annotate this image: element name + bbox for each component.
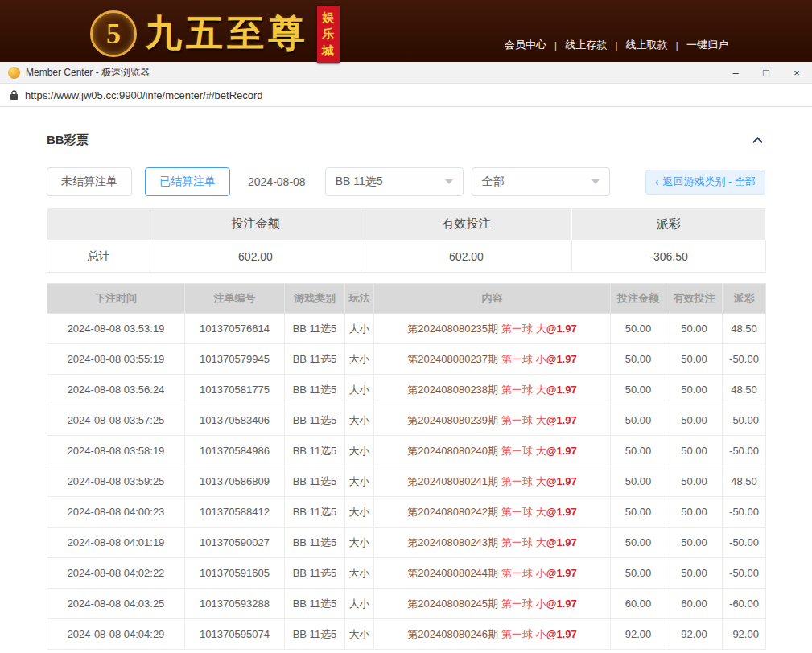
maximize-button[interactable]: □ xyxy=(751,62,781,83)
table-row: 2024-08-08 03:57:25101370583406BB 11选5大小… xyxy=(47,405,766,436)
category-select[interactable]: 全部 xyxy=(472,167,610,196)
cell-payout: -50.00 xyxy=(723,558,766,589)
content-period: 第202408080242期 xyxy=(407,506,498,518)
cell-bet-time: 2024-08-08 03:57:25 xyxy=(47,405,185,436)
cell-order-id: 101370576614 xyxy=(185,314,285,344)
cell-valid-bet: 50.00 xyxy=(666,405,723,436)
content-period: 第202408080237期 xyxy=(407,353,498,365)
summary-total-label: 总计 xyxy=(47,240,150,273)
nav-separator: | xyxy=(676,39,678,51)
site-banner: 5 九五至尊 娱乐城 会员中心 | 线上存款 | 线上取款 | 一键归户 xyxy=(0,0,812,62)
content-odds: @1.97 xyxy=(546,598,577,610)
header-bet-time: 下注时间 xyxy=(47,284,185,314)
collapse-button[interactable] xyxy=(749,134,765,147)
cell-payout: -50.00 xyxy=(723,344,766,375)
cell-bet-time: 2024-08-08 03:59:25 xyxy=(47,466,185,497)
table-row: 2024-08-08 03:58:19101370584986BB 11选5大小… xyxy=(47,436,766,466)
cell-play-type: 大小 xyxy=(345,589,374,619)
content-pick: 第一球 小 xyxy=(501,628,546,640)
cell-valid-bet: 50.00 xyxy=(666,344,723,375)
cell-content: 第202408080245期第一球 小@1.97 xyxy=(374,589,611,619)
cell-bet-amount: 60.00 xyxy=(611,589,666,619)
cell-content: 第202408080246期第一球 小@1.97 xyxy=(374,619,611,650)
header-payout: 派彩 xyxy=(723,284,766,314)
cell-bet-time: 2024-08-08 04:01:19 xyxy=(47,528,185,558)
content-odds: @1.97 xyxy=(546,414,577,426)
filter-bar: 未结算注单 已结算注单 2024-08-08 BB 11选5 全部 ‹ 返回游戏… xyxy=(47,167,765,196)
logo-badge: 娱乐城 xyxy=(317,6,340,63)
content-pick: 第一球 大 xyxy=(501,506,546,518)
url-bar[interactable]: https://www.jw05.cc:9900/infe/mcenter/#/… xyxy=(0,84,812,107)
cell-content: 第202408080242期第一球 大@1.97 xyxy=(374,497,611,528)
cell-play-type: 大小 xyxy=(345,497,374,528)
cell-bet-time: 2024-08-08 04:03:25 xyxy=(47,589,185,619)
cell-bet-amount: 50.00 xyxy=(611,558,666,589)
table-row: 2024-08-08 03:53:19101370576614BB 11选5大小… xyxy=(47,314,766,344)
content-period: 第202408080244期 xyxy=(407,567,498,579)
content-pick: 第一球 小 xyxy=(501,567,546,579)
logo-title: 九五至尊 xyxy=(145,9,309,59)
chevron-down-icon xyxy=(591,179,600,184)
cell-game-type: BB 11选5 xyxy=(285,375,345,405)
game-select[interactable]: BB 11选5 xyxy=(325,167,464,196)
nav-member-center[interactable]: 会员中心 xyxy=(505,38,546,52)
content-pick: 第一球 大 xyxy=(501,475,546,487)
content-pick: 第一球 大 xyxy=(501,322,546,335)
nav-one-key-transfer[interactable]: 一键归户 xyxy=(686,38,728,52)
table-row: 2024-08-08 04:02:22101370591605BB 11选5大小… xyxy=(47,558,766,589)
window-title: Member Center - 极速浏览器 xyxy=(26,66,150,80)
content-period: 第202408080243期 xyxy=(407,536,498,548)
nav-online-deposit[interactable]: 线上存款 xyxy=(565,38,607,52)
content-pick: 第一球 小 xyxy=(501,598,546,610)
back-button-label: 返回游戏类别 - 全部 xyxy=(662,175,756,189)
content-pick: 第一球 大 xyxy=(501,445,546,457)
cell-payout: -50.00 xyxy=(723,528,766,558)
cell-order-id: 101370579945 xyxy=(185,344,285,375)
nav-online-withdraw[interactable]: 线上取款 xyxy=(626,38,668,52)
summary-header-row: 投注金额 有效投注 派彩 xyxy=(47,208,766,240)
cell-content: 第202408080244期第一球 小@1.97 xyxy=(374,558,611,589)
game-select-value: BB 11选5 xyxy=(336,175,383,189)
summary-header-bet: 投注金额 xyxy=(150,208,361,240)
cell-payout: -50.00 xyxy=(723,497,766,528)
cell-bet-time: 2024-08-08 03:53:19 xyxy=(47,314,185,344)
bet-table-header-row: 下注时间 注单编号 游戏类别 玩法 内容 投注金额 有效投注 派彩 xyxy=(47,284,766,314)
panel-header: BB彩票 xyxy=(47,133,765,148)
cell-valid-bet: 50.00 xyxy=(666,558,723,589)
back-to-game-category-button[interactable]: ‹ 返回游戏类别 - 全部 xyxy=(645,170,765,195)
cell-valid-bet: 50.00 xyxy=(666,466,723,497)
summary-bet-amount: 602.00 xyxy=(150,240,361,273)
cell-payout: 48.50 xyxy=(723,375,766,405)
header-bet-amount: 投注金额 xyxy=(611,284,666,314)
content-period: 第202408080238期 xyxy=(407,384,498,396)
cell-payout: -92.00 xyxy=(723,619,766,650)
cell-order-id: 101370586809 xyxy=(185,466,285,497)
minimize-button[interactable]: – xyxy=(720,62,751,83)
cell-order-id: 101370581775 xyxy=(185,375,285,405)
content-odds: @1.97 xyxy=(546,353,577,365)
header-valid-bet: 有效投注 xyxy=(666,284,723,314)
table-row: 2024-08-08 04:03:25101370593288BB 11选5大小… xyxy=(47,589,766,619)
cell-content: 第202408080235期第一球 大@1.97 xyxy=(374,314,611,344)
cell-bet-time: 2024-08-08 03:58:19 xyxy=(47,436,185,466)
cell-content: 第202408080237期第一球 小@1.97 xyxy=(374,344,611,375)
cell-play-type: 大小 xyxy=(345,528,374,558)
table-row: 2024-08-08 04:04:29101370595074BB 11选5大小… xyxy=(47,619,766,650)
cell-content: 第202408080239期第一球 大@1.97 xyxy=(374,405,611,436)
settled-bets-button[interactable]: 已结算注单 xyxy=(145,167,230,196)
cell-game-type: BB 11选5 xyxy=(285,528,345,558)
url-text[interactable]: https://www.jw05.cc:9900/infe/mcenter/#/… xyxy=(25,89,263,101)
summary-valid-bet: 602.00 xyxy=(361,240,572,273)
summary-payout: -306.50 xyxy=(572,240,766,273)
table-row: 2024-08-08 03:56:24101370581775BB 11选5大小… xyxy=(47,375,766,405)
cell-valid-bet: 60.00 xyxy=(666,589,723,619)
cell-bet-amount: 50.00 xyxy=(611,466,666,497)
unsettled-bets-button[interactable]: 未结算注单 xyxy=(47,167,132,196)
close-button[interactable]: × xyxy=(781,62,812,83)
cell-game-type: BB 11选5 xyxy=(285,466,345,497)
date-picker[interactable]: 2024-08-08 xyxy=(248,175,306,188)
cell-payout: -60.00 xyxy=(723,589,766,619)
cell-payout: 48.50 xyxy=(723,466,766,497)
table-row: 2024-08-08 04:00:23101370588412BB 11选5大小… xyxy=(47,497,766,528)
content-odds: @1.97 xyxy=(546,567,577,579)
